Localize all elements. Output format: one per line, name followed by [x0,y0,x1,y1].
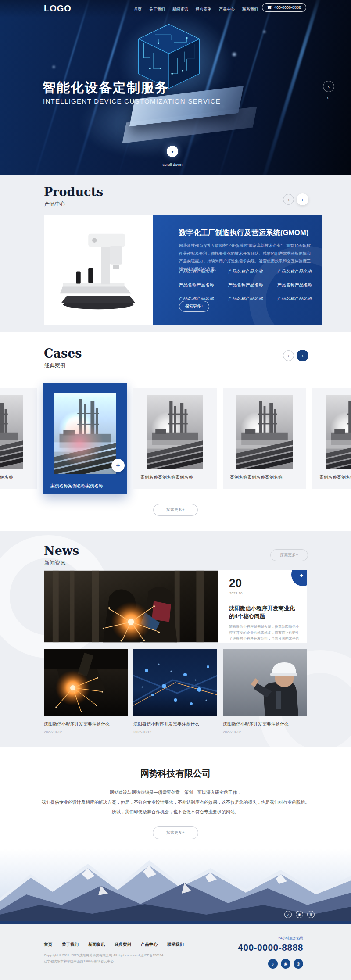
share-icon[interactable]: ⊕ [294,959,303,969]
featured-news-title: 沈阳微信小程序开发商业化的4个核心问题 [229,604,298,620]
news-card-date: 2022-10-12 [44,730,128,734]
product-link[interactable]: 产品名称产品名称 [228,296,277,302]
case-card[interactable]: 案例名称案例名称案例名称 [0,388,37,489]
product-detail-panel: 数字化工厂制造执行及营运系统(GMOM) 网势科技作为深扎互联网数字化领域的“国… [153,215,322,325]
product-link[interactable]: 产品名称产品名称 [277,296,322,302]
case-card[interactable]: 案例名称案例名称案例名称 [223,388,306,489]
news-more-button[interactable]: 探索更多+ [270,549,308,561]
cases-section: Cases 经典案例 ‹ › 案例名称案例名称案例名称 案例名称案例名称案例名称… [0,332,351,531]
news-title-cn: 新闻资讯 [44,559,65,567]
nav-item-home[interactable]: 首页 [134,7,142,12]
case-card[interactable]: 案例名称案例名称案例名称 [312,388,351,489]
nav-item-contact[interactable]: 联系我们 [242,7,258,12]
products-prev-button[interactable]: ‹ [283,194,294,205]
news-card-title: 沈阳微信小程序开发需要注意什么 [44,721,128,727]
product-machine-image [52,224,144,316]
nav-item-products[interactable]: 产品中心 [219,7,235,12]
intro-line: 我们提供专业的设计及相应的解决方案，但是，不符合专业设计要求，不能达到应有的效果… [0,798,351,807]
chevron-left-icon: ‹ [288,197,290,202]
about-more-button[interactable]: 探索更多+ [153,826,198,839]
phone-icon: ☎ [267,5,272,10]
news-card-title: 沈阳微信小程序开发需要注意什么 [223,721,307,727]
header-phone-number: 400-0000-8888 [274,5,301,10]
footer-nav-about[interactable]: 关于我们 [62,942,79,948]
header-phone-button[interactable]: ☎ 400-0000-8888 [262,3,306,12]
weibo-icon[interactable]: ◉ [296,911,303,918]
top-navigation-bar: LOGO 首页 关于我们 新闻资讯 经典案例 产品中心 联系我们 ☎ 400-0… [0,0,351,18]
scroll-down-button[interactable]: ▾ [167,146,178,157]
footer-nav-news[interactable]: 新闻资讯 [88,942,105,948]
product-link[interactable]: 产品名称产品名称 [277,268,322,275]
bokeh-dot [233,53,236,56]
company-name: 网势科技有限公司 [0,768,351,780]
product-link[interactable]: 产品名称产品名称 [179,282,228,288]
products-title-cn: 产品中心 [44,200,65,208]
copyright-text: Copyright © 2011~2023 沈阳网势科技有限公司 All rig… [44,953,163,958]
intro-line: 所以，我们即使放弃合作机会，也不会做不符合专业要求的网站。 [0,807,351,817]
news-title-en: News [44,544,79,558]
featured-news-date: 2023-10 [229,591,242,595]
footer-nav-cases[interactable]: 经典案例 [115,942,131,948]
footer-phone-number: 400-0000-8888 [238,942,303,953]
mountain-social-icons: ♪ ◉ ⊕ [284,911,315,918]
arrow-down-icon: ▾ [171,149,173,154]
weibo-icon[interactable]: ◉ [281,959,290,969]
about-section: 网势科技有限公司 网站建设与网络营销是一项需要创意、策划、可以深入研究的工作， … [0,747,351,924]
products-more-button[interactable]: 探索更多+ [179,301,209,312]
footer-contact-block: 24小时服务热线 400-0000-8888 ♪ ◉ ⊕ [238,936,303,969]
product-image-panel[interactable] [44,215,153,325]
case-title: 案例名称案例名称案例名称 [140,474,193,480]
hero-section: LOGO 首页 关于我们 新闻资讯 经典案例 产品中心 联系我们 ☎ 400-0… [0,0,351,175]
cases-next-button[interactable]: › [297,350,308,361]
case-card-active[interactable]: 案例名称案例名称案例名称 + [43,383,127,494]
hero-prev-button[interactable]: ‹ [323,81,334,92]
product-link[interactable]: 产品名称产品名称 [228,282,277,288]
news-card-date: 2022-10-12 [133,730,217,734]
footer-nav-products[interactable]: 产品中心 [141,942,158,948]
news-card-date: 2022-10-12 [223,730,307,734]
company-intro: 网站建设与网络营销是一项需要创意、策划、可以深入研究的工作， 我们提供专业的设计… [0,788,351,817]
featured-news-day: 20 [229,576,242,590]
news-image [133,649,217,716]
case-image [0,395,30,469]
news-card[interactable]: 沈阳微信小程序开发需要注意什么 2022-10-12 [133,649,217,734]
douyin-icon[interactable]: ♪ [284,911,292,918]
product-link[interactable]: 产品名称产品名称 [228,268,277,275]
hero-subtitle: INTELLIGENT DEVICE CUSTOMIZATION SERVICE [43,97,221,105]
featured-news-image[interactable] [44,570,218,643]
site-logo[interactable]: LOGO [44,4,72,14]
douyin-icon[interactable]: ♪ [268,959,278,969]
footer-section: 首页 关于我们 新闻资讯 经典案例 产品中心 联系我们 Copyright © … [0,924,351,980]
plus-icon[interactable]: + [111,459,125,472]
cases-prev-button[interactable]: ‹ [283,350,294,361]
product-link[interactable]: 产品名称产品名称 [277,282,322,288]
plus-icon[interactable]: + [300,572,303,579]
chevron-left-icon: ‹ [288,353,290,358]
footer-nav-home[interactable]: 首页 [44,942,52,948]
news-card[interactable]: 沈阳微信小程序开发需要注意什么 2022-10-12 [44,649,128,734]
case-title: 案例名称案例名称案例名称 [0,474,13,480]
product-name-grid: 产品名称产品名称 产品名称产品名称 产品名称产品名称 产品名称产品名称 产品名称… [179,268,322,302]
case-title: 案例名称案例名称案例名称 [230,474,283,480]
case-image [140,395,210,469]
news-card[interactable]: 沈阳微信小程序开发需要注意什么 2022-10-12 [223,649,307,734]
nav-item-about[interactable]: 关于我们 [149,7,165,12]
nav-item-news[interactable]: 新闻资讯 [172,7,188,12]
chevron-left-icon: ‹ [328,84,330,89]
news-section: News 新闻资讯 探索更多+ + 20 2023-10 沈阳微信小程序开发商业… [0,531,351,747]
product-link[interactable]: 产品名称产品名称 [179,268,228,275]
featured-news-card[interactable]: + 20 2023-10 沈阳微信小程序开发商业化的4个核心问题 随着微信小程序… [218,570,307,643]
case-image [51,393,119,474]
case-image [230,395,299,469]
share-icon[interactable]: ⊕ [307,911,315,918]
footer-nav-contact[interactable]: 联系我们 [167,942,184,948]
case-card[interactable]: 案例名称案例名称案例名称 [133,388,217,489]
address-text: 辽宁省沈阳市和平区中山路1999号新华春元中心 [44,959,114,964]
chevron-right-icon: › [327,95,329,100]
products-next-button[interactable]: › [297,193,308,205]
bokeh-dot [53,66,55,68]
hero-next-button[interactable]: › [327,95,329,100]
nav-item-cases[interactable]: 经典案例 [196,7,211,12]
cases-more-button[interactable]: 探索更多+ [153,504,198,516]
hero-title: 智能化设备定制服务 [43,79,169,97]
